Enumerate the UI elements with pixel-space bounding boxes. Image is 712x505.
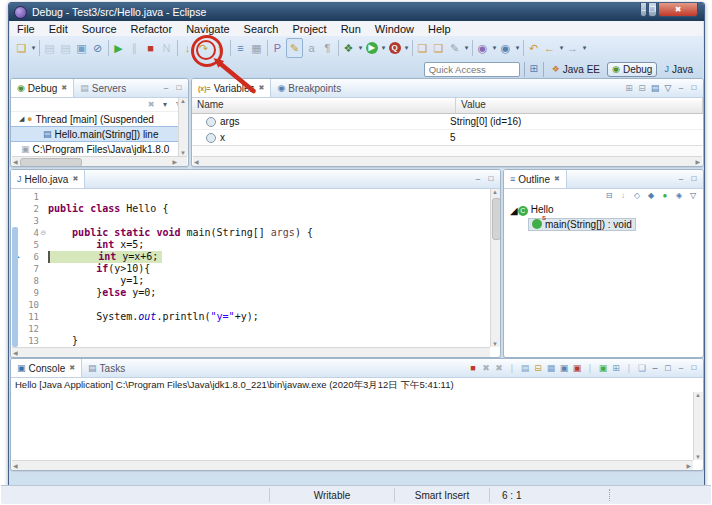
resume-button[interactable]: ▶: [111, 39, 126, 57]
tab-outline[interactable]: ≡Outline✖: [504, 170, 567, 188]
show-whitespace-button[interactable]: ¶: [320, 39, 335, 57]
maximize-view-icon[interactable]: □: [174, 84, 184, 92]
menu-window[interactable]: Window: [368, 23, 421, 35]
hide-static-members-icon[interactable]: ◆: [646, 192, 656, 200]
tab-variables[interactable]: (x)=Variables✖: [192, 79, 271, 97]
close-icon[interactable]: ✖: [61, 84, 67, 92]
profile-dropdown-icon[interactable]: ▾: [514, 44, 521, 52]
maximize-view-icon[interactable]: □: [486, 175, 496, 183]
outline-item[interactable]: ◢CHello: [504, 203, 703, 217]
save-button[interactable]: ▤: [42, 39, 57, 57]
last-edit-location-button[interactable]: ↶: [526, 39, 541, 57]
maximize-view-icon[interactable]: □: [689, 175, 699, 183]
debug-horizontal-scrollbar[interactable]: ◀ ▶: [12, 156, 187, 166]
code-line[interactable]: 12: [11, 323, 490, 335]
tab-debug[interactable]: ◉Debug✖: [11, 79, 74, 97]
display-selected-console-icon[interactable]: ▣: [598, 364, 608, 373]
tab-hello-java[interactable]: JHello.java✖: [11, 170, 85, 188]
console-horizontal-scrollbar[interactable]: ◀ ▶: [12, 460, 693, 470]
step-return-button[interactable]: ↑: [212, 39, 227, 57]
code-line[interactable]: 13 }: [11, 335, 490, 347]
run-button[interactable]: ▶: [364, 39, 379, 57]
remove-launch-icon[interactable]: ✖: [481, 364, 491, 373]
mark-occurrences-button[interactable]: ✎: [286, 38, 303, 58]
hide-local-types-icon[interactable]: ◈: [674, 192, 684, 200]
profile-button[interactable]: ◉: [498, 39, 513, 57]
menu-source[interactable]: Source: [75, 23, 124, 35]
back-dropdown-icon[interactable]: ▾: [558, 44, 565, 52]
menu-run[interactable]: Run: [334, 23, 368, 35]
instruction-stepping-button[interactable]: ▦: [249, 39, 264, 57]
column-header-value[interactable]: Value: [456, 98, 703, 113]
show-logical-structure-icon[interactable]: ⊞: [624, 84, 634, 93]
maximize-view-icon[interactable]: □: [689, 364, 699, 372]
scrollbar-thumb[interactable]: [20, 158, 82, 167]
code-line[interactable]: 10: [11, 299, 490, 311]
minimize-view-icon[interactable]: –: [676, 84, 686, 92]
editor-vertical-scrollbar[interactable]: ▲ ▼: [490, 189, 500, 347]
back-button[interactable]: ←: [542, 39, 557, 57]
console-display-button[interactable]: ▣: [74, 39, 89, 57]
word-wrap-icon[interactable]: ▦: [546, 364, 556, 373]
menu-navigate[interactable]: Navigate: [179, 23, 236, 35]
column-header-name[interactable]: Name: [192, 98, 456, 113]
maximize-view-icon[interactable]: □: [689, 84, 699, 92]
debug-dropdown-icon[interactable]: ▾: [357, 44, 364, 52]
code-line[interactable]: 5 int x=5;: [11, 239, 490, 251]
variables-detail-pane[interactable]: [193, 145, 702, 156]
minimize-view-icon[interactable]: –: [676, 175, 686, 183]
scroll-right-icon[interactable]: ▶: [686, 462, 691, 469]
menu-file[interactable]: File: [10, 23, 42, 35]
collapse-all-icon[interactable]: ▤: [650, 84, 660, 93]
separator-icon[interactable]: ❘: [624, 364, 634, 373]
quick-access-input[interactable]: [424, 62, 520, 77]
scroll-up-icon[interactable]: ▲: [180, 98, 186, 104]
code-line[interactable]: 11 System.out.println("y="+y);: [11, 311, 490, 323]
menu-search[interactable]: Search: [237, 23, 286, 35]
debug-button[interactable]: ❖: [341, 39, 356, 57]
minimize-view-icon[interactable]: –: [676, 364, 686, 372]
editor-horizontal-scrollbar[interactable]: ◀: [12, 347, 490, 357]
scroll-up-icon[interactable]: ▲: [492, 189, 498, 195]
forward-dropdown-icon[interactable]: ▾: [581, 44, 588, 52]
close-icon[interactable]: ✖: [69, 364, 75, 372]
scroll-right-icon[interactable]: ▶: [695, 158, 700, 165]
skip-all-breakpoints-button[interactable]: ⊘: [90, 39, 105, 57]
maximize-button[interactable]: ❐: [648, 3, 657, 17]
debug-vertical-scrollbar[interactable]: ▲ ▼: [178, 98, 188, 156]
new-console-view-icon[interactable]: ❏: [637, 364, 647, 373]
code-line[interactable]: ▶6 int y=x+6;: [11, 251, 490, 263]
scroll-left-icon[interactable]: ◀: [13, 462, 18, 469]
open-perspective-button[interactable]: ⊞: [529, 64, 539, 74]
debug-tree-item[interactable]: ▤Hello.main(String[]) line: [11, 126, 188, 142]
menu-edit[interactable]: Edit: [42, 23, 75, 35]
scrollbar-thumb[interactable]: [492, 198, 501, 240]
code-line[interactable]: 7 if(y>10){: [11, 263, 490, 275]
close-icon[interactable]: ✖: [259, 84, 265, 92]
debug-tree-item[interactable]: ◢●Thread [main] (Suspended: [11, 112, 188, 126]
separator-icon[interactable]: ❘: [507, 364, 517, 373]
annotate-dropdown-icon[interactable]: ▾: [463, 44, 470, 52]
code-line[interactable]: 8 y=1;: [11, 275, 490, 287]
menu-help[interactable]: Help: [421, 23, 458, 35]
remove-all-terminated-icon[interactable]: ✖: [146, 101, 156, 109]
menu-refactor[interactable]: Refactor: [124, 23, 180, 35]
sort-icon[interactable]: ↓: [618, 192, 628, 200]
show-stdout-icon[interactable]: ▣: [559, 364, 569, 373]
suspend-button[interactable]: ∥: [127, 39, 142, 57]
java-element-button[interactable]: ◉: [475, 39, 490, 57]
code-line[interactable]: 2public class Hello {: [11, 203, 490, 215]
scroll-down-icon[interactable]: ▼: [492, 341, 498, 347]
debug-tree-item[interactable]: ▣C:\Program Files\Java\jdk1.8.0: [11, 142, 188, 156]
close-icon[interactable]: ✖: [554, 175, 560, 183]
minimize-button[interactable]: –: [640, 3, 646, 17]
menu-project[interactable]: Project: [285, 23, 333, 35]
tab-breakpoints[interactable]: ◉Breakpoints: [271, 79, 347, 97]
perspective-debug[interactable]: ◉Debug: [607, 62, 657, 77]
disconnect-button[interactable]: N: [159, 39, 174, 57]
variable-row[interactable]: x5: [192, 130, 703, 146]
scroll-left-icon[interactable]: ◀: [13, 158, 18, 165]
close-button[interactable]: ✖: [658, 3, 698, 17]
tab-tasks[interactable]: ▤Tasks: [82, 359, 131, 377]
expander-icon[interactable]: ◢: [19, 115, 27, 123]
